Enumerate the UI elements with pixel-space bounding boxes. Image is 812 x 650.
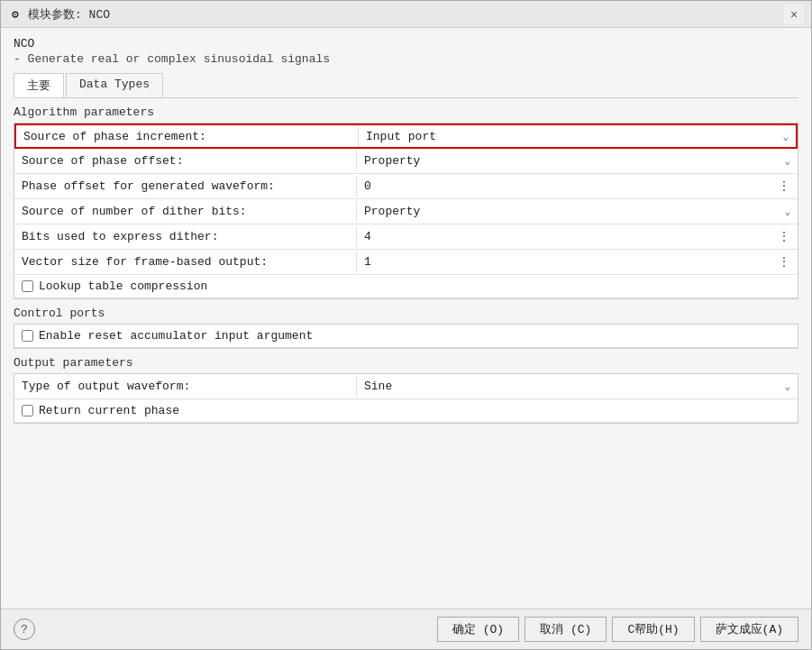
lookup-table-row: Lookup table compression [14, 275, 798, 298]
close-button[interactable]: × [784, 5, 804, 24]
output-section: Output parameters Type of output wavefor… [14, 356, 798, 424]
title-icon: ⚙ [8, 7, 23, 22]
output-waveform-text: Sine [364, 380, 392, 393]
module-name: NCO [14, 37, 798, 50]
phase-increment-value: Input port ⌄ [359, 126, 796, 147]
phase-increment-text: Input port [366, 130, 436, 143]
dither-bits-text: 4 [364, 230, 371, 243]
help-icon[interactable]: ? [14, 618, 35, 640]
vector-size-value: 1 ⋮ [357, 251, 798, 273]
vector-size-text: 1 [364, 255, 371, 269]
control-container: Enable reset accumulator input argument [14, 324, 798, 349]
phase-offset-source-label: Source of phase offset: [14, 151, 357, 171]
titlebar: ⚙ 模块参数: NCO × [1, 1, 811, 28]
dither-bits-label: Bits used to express dither: [14, 226, 357, 247]
vector-size-label: Vector size for frame-based output: [14, 252, 357, 272]
output-waveform-value: Sine ⌄ [357, 376, 798, 397]
table-row: Bits used to express dither: 4 ⋮ [14, 224, 798, 250]
phase-offset-source-arrow[interactable]: ⌄ [784, 155, 790, 167]
dither-bits-value: 4 ⋮ [357, 225, 798, 248]
params-container: Source of phase increment: Input port ⌄ … [14, 123, 798, 299]
dither-bits-menu[interactable]: ⋮ [778, 229, 790, 244]
algorithm-section-label: Algorithm parameters [14, 105, 798, 119]
table-row: Type of output waveform: Sine ⌄ [14, 374, 798, 399]
tab-main[interactable]: 主要 [14, 73, 64, 97]
phase-offset-waveform-menu[interactable]: ⋮ [778, 179, 790, 194]
confirm-button[interactable]: 确定 (O) [437, 617, 519, 642]
table-row: Source of phase increment: Input port ⌄ [14, 124, 798, 149]
dither-source-text: Property [364, 205, 420, 218]
reset-accumulator-label: Enable reset accumulator input argument [39, 329, 313, 343]
cancel-button[interactable]: 取消 (C) [525, 617, 607, 642]
lookup-table-label: Lookup table compression [39, 279, 207, 293]
help-button[interactable]: C帮助(H) [612, 617, 694, 642]
main-content: NCO - Generate real or complex sinusoida… [1, 28, 811, 609]
dither-source-arrow[interactable]: ⌄ [784, 206, 790, 217]
table-row: Phase offset for generated waveform: 0 ⋮ [14, 174, 798, 199]
current-phase-checkbox[interactable] [22, 405, 33, 417]
phase-increment-dropdown-arrow[interactable]: ⌄ [782, 131, 789, 142]
phase-offset-waveform-text: 0 [364, 179, 371, 193]
phase-offset-source-value: Property ⌄ [357, 151, 798, 171]
title-text: 模块参数: NCO [28, 6, 784, 23]
control-section: Control ports Enable reset accumulator i… [14, 307, 798, 349]
current-phase-row: Return current phase [14, 399, 798, 423]
reset-accumulator-row: Enable reset accumulator input argument [14, 325, 798, 348]
dither-source-label: Source of number of dither bits: [14, 201, 357, 222]
output-container: Type of output waveform: Sine ⌄ Return c… [14, 373, 798, 424]
control-section-label: Control ports [14, 307, 798, 320]
output-waveform-arrow[interactable]: ⌄ [784, 380, 790, 392]
module-description: - Generate real or complex sinusoidal si… [14, 52, 798, 66]
phase-increment-label: Source of phase increment: [16, 126, 359, 147]
reset-accumulator-checkbox[interactable] [22, 330, 33, 342]
lookup-table-checkbox[interactable] [22, 280, 33, 292]
dither-source-value: Property ⌄ [357, 201, 798, 222]
vector-size-menu[interactable]: ⋮ [778, 254, 790, 270]
phase-offset-source-text: Property [364, 154, 420, 168]
extra-button[interactable]: 萨文成应(A) [700, 617, 798, 642]
tabs-container: 主要 Data Types [14, 73, 798, 98]
output-section-label: Output parameters [14, 356, 798, 370]
phase-offset-waveform-value: 0 ⋮ [357, 175, 798, 197]
tab-data-types[interactable]: Data Types [66, 73, 163, 97]
table-row: Source of phase offset: Property ⌄ [14, 149, 798, 174]
bottom-bar: ? 确定 (O) 取消 (C) C帮助(H) 萨文成应(A) [1, 609, 811, 649]
phase-offset-waveform-label: Phase offset for generated waveform: [14, 176, 357, 197]
table-row: Vector size for frame-based output: 1 ⋮ [14, 250, 798, 275]
output-waveform-label: Type of output waveform: [14, 376, 357, 397]
dialog-window: ⚙ 模块参数: NCO × NCO - Generate real or com… [0, 0, 812, 650]
table-row: Source of number of dither bits: Propert… [14, 199, 798, 224]
current-phase-label: Return current phase [39, 404, 179, 417]
